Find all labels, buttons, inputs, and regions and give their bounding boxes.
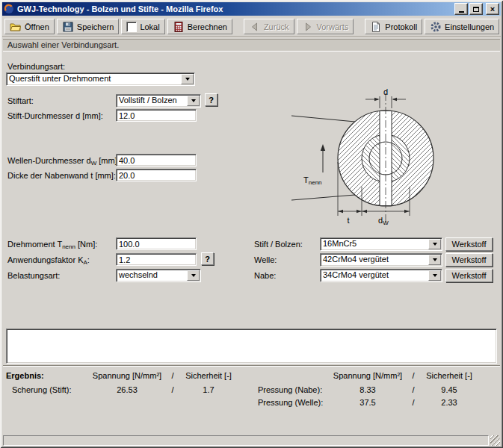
hub-material-select[interactable]: 34CrMo4 vergütet bbox=[320, 269, 442, 282]
hub-material-dropdown-button[interactable] bbox=[428, 270, 441, 281]
close-button[interactable]: × bbox=[486, 3, 499, 15]
connection-type-select[interactable]: Querstift unter Drehmoment bbox=[6, 72, 195, 86]
chevron-down-icon bbox=[191, 274, 196, 277]
question-icon: ? bbox=[209, 96, 214, 105]
value-separator: / bbox=[407, 398, 420, 407]
value-separator: / bbox=[407, 385, 420, 394]
safety-value: 9.45 bbox=[420, 385, 478, 394]
safety-column-header: Sicherheit [-] bbox=[420, 371, 478, 380]
safety-value: 1.7 bbox=[179, 385, 238, 394]
message-area[interactable] bbox=[6, 329, 497, 364]
safety-value: 2.33 bbox=[420, 398, 478, 407]
chevron-down-icon bbox=[191, 99, 196, 102]
firefox-icon bbox=[4, 4, 14, 14]
result-row-values: 8.33 / 9.45 bbox=[329, 385, 478, 396]
pin-type-label: Stiftart: bbox=[7, 96, 34, 105]
pin-type-select[interactable]: Vollstift / Bolzen bbox=[116, 94, 201, 108]
result-row-label: Pressung (Nabe): bbox=[258, 385, 322, 394]
window-title: GWJ-Technology - Bolzen und Stifte - Moz… bbox=[17, 4, 453, 13]
result-row-values: 26.53 / 1.7 bbox=[88, 385, 238, 396]
shaft-material-value: 42CrMo4 vergütet bbox=[321, 254, 428, 266]
calculate-button[interactable]: Berechnen bbox=[167, 19, 232, 34]
chevron-down-icon bbox=[433, 258, 437, 261]
torque-label: Drehmoment Tnenn [Nm]: bbox=[7, 240, 97, 250]
results-left-header: Spannung [N/mm²] / Sicherheit [-] bbox=[88, 371, 238, 382]
shaft-material-dropdown-button[interactable] bbox=[428, 255, 441, 265]
results-divider bbox=[3, 365, 500, 367]
forward-button-label: Vorwärts bbox=[317, 22, 349, 31]
torque-label: Tnenn bbox=[303, 175, 322, 186]
calculator-icon bbox=[173, 21, 185, 33]
connection-type-value: Querstift unter Drehmoment bbox=[7, 73, 180, 85]
forward-button[interactable]: Vorwärts bbox=[297, 19, 354, 34]
application-factor-label: Anwendungsfaktor KA: bbox=[7, 255, 90, 266]
hub-material-value: 34CrMo4 vergütet bbox=[321, 270, 428, 281]
pin-type-value: Vollstift / Bolzen bbox=[117, 95, 186, 107]
back-button[interactable]: Zurück bbox=[244, 19, 294, 34]
settings-button-label: Einstellungen bbox=[445, 22, 494, 31]
shaft-material-select[interactable]: 42CrMo4 vergütet bbox=[320, 253, 442, 267]
result-row-label: Pressung (Welle): bbox=[258, 398, 323, 407]
app-window: GWJ-Technology - Bolzen und Stifte - Moz… bbox=[0, 0, 503, 448]
stress-column-header: Spannung [N/mm²] bbox=[329, 371, 407, 380]
protocol-button[interactable]: Protokoll bbox=[365, 19, 422, 34]
application-factor-help-button[interactable]: ? bbox=[201, 252, 214, 265]
close-icon: × bbox=[490, 5, 495, 13]
section-header: Auswahl einer Verbindungsart. bbox=[3, 39, 500, 52]
dim-t-label: t bbox=[347, 216, 349, 225]
pin-material-select[interactable]: 16MnCr5 bbox=[320, 237, 442, 251]
local-toggle-button[interactable]: Lokal bbox=[121, 19, 164, 34]
stress-column-header: Spannung [N/mm²] bbox=[88, 371, 166, 380]
chevron-down-icon bbox=[433, 274, 437, 277]
results-right-header: Spannung [N/mm²] / Sicherheit [-] bbox=[329, 371, 478, 382]
application-factor-input[interactable] bbox=[116, 253, 197, 266]
pin-material-dropdown-button[interactable] bbox=[428, 239, 441, 249]
save-button[interactable]: Speichern bbox=[57, 19, 120, 34]
werkstoff-button-hub[interactable]: Werkstoff bbox=[445, 269, 493, 282]
local-checkbox[interactable] bbox=[126, 22, 137, 32]
hub-wall-label: Dicke der Nabenwand t [mm]: bbox=[7, 171, 116, 180]
connection-type-label: Verbindungsart: bbox=[7, 62, 65, 71]
back-button-label: Zurück bbox=[264, 22, 289, 31]
results-title: Ergebnis: bbox=[6, 371, 44, 380]
toolbar: Öffnen Speichern Lokal bbox=[2, 17, 501, 37]
pin-type-help-button[interactable]: ? bbox=[205, 93, 217, 106]
pin-material-label: Stift / Bolzen: bbox=[254, 240, 303, 249]
load-type-select[interactable]: wechselnd bbox=[116, 269, 201, 282]
pin-diameter-label: Stift-Durchmesser d [mm]: bbox=[7, 111, 103, 120]
werkstoff-button-shaft[interactable]: Werkstoff bbox=[445, 253, 493, 267]
pin-diameter-input[interactable] bbox=[116, 109, 197, 122]
minimize-button[interactable] bbox=[454, 3, 468, 15]
protocol-button-label: Protokoll bbox=[385, 22, 417, 31]
question-icon: ? bbox=[205, 255, 210, 264]
column-separator: / bbox=[407, 371, 420, 380]
dim-dw-label: dW bbox=[378, 216, 389, 226]
maximize-button[interactable] bbox=[469, 3, 483, 15]
load-type-dropdown-button[interactable] bbox=[187, 270, 200, 281]
werkstoff-button-pin[interactable]: Werkstoff bbox=[445, 237, 493, 251]
load-type-label: Belastungsart: bbox=[7, 271, 60, 280]
back-arrow-icon bbox=[249, 21, 261, 33]
resize-grip[interactable] bbox=[490, 435, 500, 446]
titlebar[interactable]: GWJ-Technology - Bolzen und Stifte - Moz… bbox=[2, 2, 501, 16]
torque-input[interactable] bbox=[116, 237, 197, 250]
statusbar bbox=[2, 435, 501, 446]
hub-wall-input[interactable] bbox=[116, 169, 197, 181]
shaft-diameter-input[interactable] bbox=[116, 154, 197, 167]
load-type-value: wechselnd bbox=[117, 270, 186, 281]
stress-value: 8.33 bbox=[329, 385, 407, 394]
value-separator: / bbox=[166, 385, 179, 394]
shaft-material-label: Welle: bbox=[254, 255, 277, 264]
pin-type-dropdown-button[interactable] bbox=[187, 96, 200, 106]
chevron-down-icon bbox=[185, 78, 190, 81]
column-separator: / bbox=[166, 371, 179, 380]
settings-button[interactable]: Einstellungen bbox=[425, 19, 499, 34]
connection-diagram: d t dW Tnenn bbox=[290, 78, 481, 231]
open-button[interactable]: Öffnen bbox=[4, 19, 55, 34]
forward-arrow-icon bbox=[302, 21, 314, 33]
connection-dropdown-button[interactable] bbox=[181, 74, 194, 84]
calculate-button-label: Berechnen bbox=[188, 22, 227, 31]
stress-value: 26.53 bbox=[88, 385, 166, 394]
open-folder-icon bbox=[10, 21, 22, 33]
dim-d-label: d bbox=[383, 87, 388, 96]
